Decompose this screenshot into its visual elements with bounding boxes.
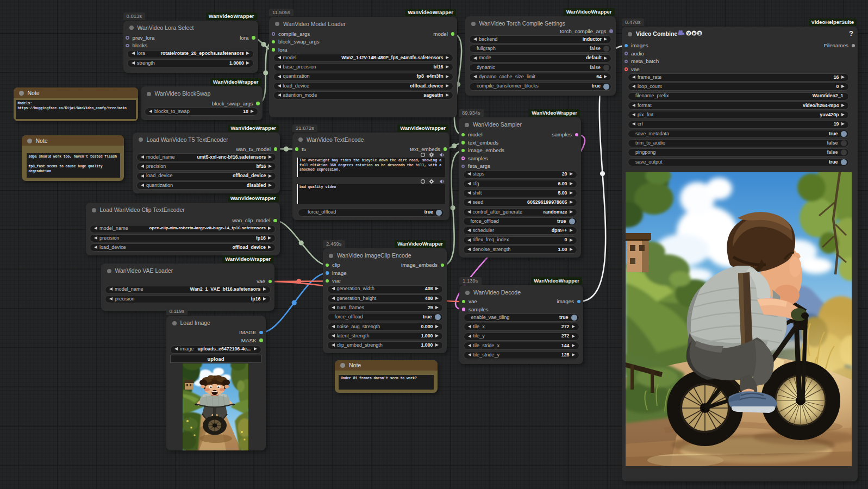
- svg-text:S: S: [698, 32, 701, 35]
- svg-text:V: V: [688, 32, 690, 35]
- svg-text:H: H: [692, 32, 695, 35]
